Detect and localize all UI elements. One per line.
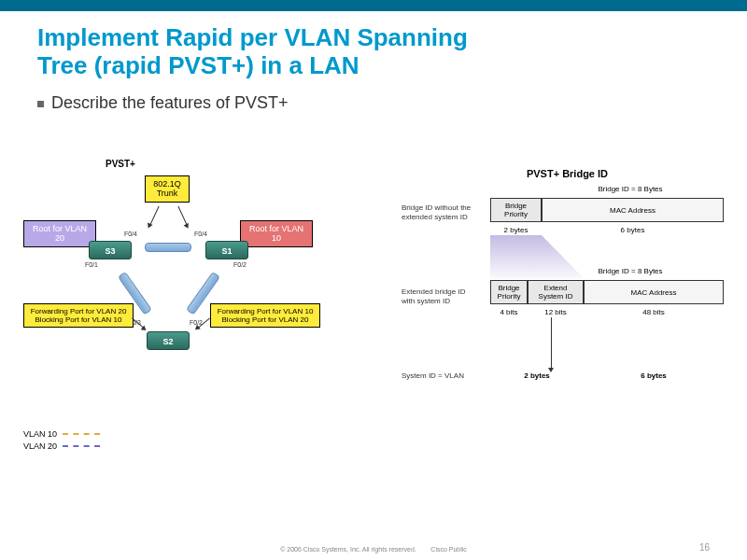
- noext-label: Bridge ID without the extended system ID: [402, 203, 471, 222]
- footer-public: Cisco Public: [430, 546, 467, 553]
- switch-s1: S1: [205, 241, 248, 259]
- port-s3-f04: F0/4: [124, 231, 137, 237]
- root-vlan10-box: Root for VLAN 10: [240, 220, 313, 247]
- dim-6b-bot: 6 bytes: [584, 371, 724, 380]
- pvst-label: PVST+: [106, 159, 135, 169]
- bullet-icon: [37, 101, 44, 107]
- slide-top-bar: [0, 0, 747, 11]
- topology-diagram: PVST+ 802.1Q Trunk Root for VLAN 20 Root…: [23, 159, 369, 439]
- arrow-sysid: [551, 317, 552, 369]
- legend-vlan20-label: VLAN 20: [23, 441, 57, 451]
- arrow-trunk-left: [149, 206, 159, 225]
- slide-title: Implement Rapid per VLAN Spanning Tree (…: [0, 11, 747, 88]
- copyright: © 2006 Cisco Systems, Inc. All rights re…: [280, 546, 416, 553]
- dim-48bits: 48 bits: [584, 308, 724, 316]
- bp-top: Bridge Priority: [490, 198, 542, 222]
- sysid-label: System ID = VLAN: [402, 371, 464, 381]
- bullet-row: Describe the features of PVST+: [0, 88, 747, 113]
- port-s1-f02: F0/2: [233, 261, 247, 268]
- bid8-top: Bridge ID = 8 Bytes: [556, 185, 705, 193]
- port-s1-f04: F0/4: [194, 231, 207, 237]
- bp-bot: Bridge Priority: [490, 280, 528, 304]
- dim-2b-bot: 2 bytes: [490, 371, 584, 380]
- footer: © 2006 Cisco Systems, Inc. All rights re…: [0, 546, 747, 553]
- legend-vlan10-label: VLAN 10: [23, 429, 57, 439]
- esi-bot: Extend System ID: [528, 280, 584, 304]
- dim-4bits: 4 bits: [490, 308, 528, 316]
- port-s3-f01: F0/1: [85, 261, 98, 268]
- page-number: 16: [699, 542, 710, 553]
- legend-vlan10-line: [63, 433, 100, 435]
- bridge-id-diagram: PVST+ Bridge ID Bridge ID without the ex…: [402, 168, 733, 429]
- ext-label: Extended bridge ID with system ID: [402, 287, 466, 306]
- bullet-text: Describe the features of PVST+: [51, 93, 289, 113]
- mac-top: MAC Address: [542, 198, 724, 222]
- arrow-trunk-right: [177, 206, 187, 225]
- fwd-vlan10-box: Forwarding Port for VLAN 10 Blocking Por…: [210, 303, 320, 328]
- bridge-id-title: PVST+ Bridge ID: [402, 168, 733, 179]
- fwd-vlan20-box: Forwarding Port for VLAN 20 Blocking Por…: [23, 303, 134, 328]
- title-line2: Tree (rapid PVST+) in a LAN: [37, 51, 359, 79]
- switch-s2: S2: [147, 331, 190, 350]
- link-s3-s1: [145, 243, 191, 252]
- legend: VLAN 10 VLAN 20: [23, 429, 100, 454]
- title-line1: Implement Rapid per VLAN Spanning: [37, 23, 468, 51]
- bid8-bot: Bridge ID = 8 Bytes: [556, 267, 705, 275]
- legend-vlan20-line: [63, 445, 100, 447]
- dim-2b-top: 2 bytes: [490, 226, 542, 234]
- dim-6b-top: 6 bytes: [542, 226, 724, 234]
- dim-12bits: 12 bits: [528, 308, 584, 316]
- switch-s3: S3: [89, 241, 132, 259]
- trunk-box: 802.1Q Trunk: [145, 175, 190, 203]
- mac-bot: MAC Address: [584, 280, 724, 304]
- diagram-area: PVST+ 802.1Q Trunk Root for VLAN 20 Root…: [0, 159, 747, 467]
- root-vlan20-box: Root for VLAN 20: [23, 220, 96, 247]
